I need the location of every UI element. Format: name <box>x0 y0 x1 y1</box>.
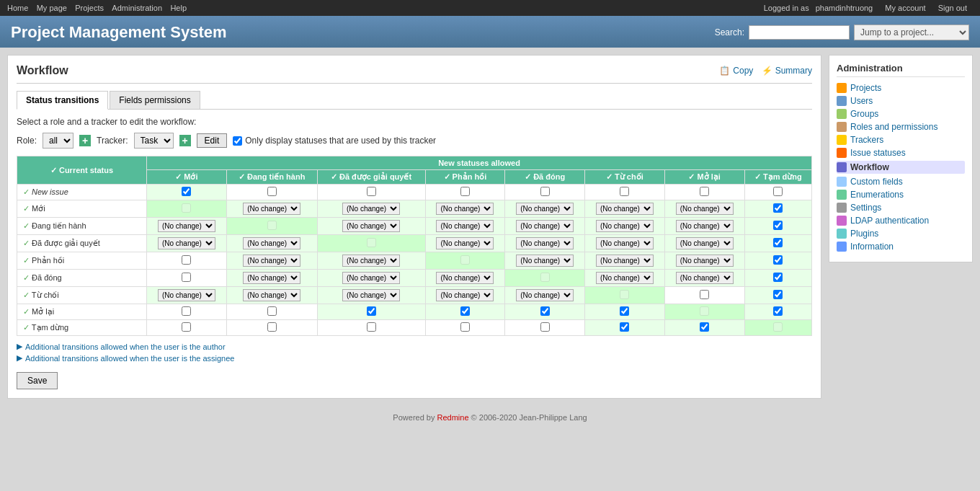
role-select[interactable]: all <box>43 133 74 149</box>
cell-select[interactable]: (No change) <box>342 289 400 301</box>
cell-select[interactable]: (No change) <box>158 220 215 232</box>
cell-checkbox[interactable] <box>460 306 470 316</box>
custom-fields-link[interactable]: Custom fields <box>850 177 903 187</box>
cell-select[interactable]: (No change) <box>596 272 654 284</box>
cell-select[interactable]: (No change) <box>243 237 300 249</box>
enumerations-link[interactable]: Enumerations <box>850 190 904 200</box>
cell-select[interactable]: (No change) <box>243 255 300 267</box>
cell-checkbox[interactable] <box>773 290 783 299</box>
sidebar-item-roles[interactable]: Roles and permissions <box>837 122 965 132</box>
cell-checkbox[interactable] <box>773 306 783 316</box>
save-button[interactable]: Save <box>17 372 58 389</box>
cell-select[interactable]: (No change) <box>436 289 494 301</box>
cell-checkbox[interactable] <box>367 187 376 196</box>
filter-checkbox[interactable] <box>233 136 242 146</box>
groups-link[interactable]: Groups <box>850 109 878 119</box>
ldap-link[interactable]: LDAP authentication <box>850 216 929 226</box>
cell-select[interactable]: (No change) <box>436 237 494 249</box>
information-link[interactable]: Information <box>850 242 894 252</box>
sidebar-item-settings[interactable]: Settings <box>837 203 965 213</box>
cell-checkbox[interactable] <box>773 203 783 213</box>
issue-statuses-link[interactable]: Issue statuses <box>850 148 906 158</box>
cell-checkbox[interactable] <box>367 306 376 316</box>
cell-checkbox[interactable] <box>182 187 191 196</box>
cell-checkbox[interactable] <box>620 306 629 316</box>
cell-checkbox[interactable] <box>700 290 709 299</box>
sidebar-item-enumerations[interactable]: Enumerations <box>837 190 965 200</box>
my-account-link[interactable]: My account <box>885 4 925 12</box>
cell-select[interactable]: (No change) <box>436 203 494 215</box>
cell-select[interactable]: (No change) <box>342 255 400 267</box>
nav-administration[interactable]: Administration <box>112 4 162 12</box>
sidebar-item-plugins[interactable]: Plugins <box>837 229 965 239</box>
cell-checkbox[interactable] <box>182 322 191 332</box>
cell-select[interactable]: (No change) <box>342 220 400 232</box>
sign-out-link[interactable]: Sign out <box>938 4 967 12</box>
cell-checkbox[interactable] <box>540 187 550 196</box>
additional-transitions-author-link[interactable]: ▶ Additional transitions allowed when th… <box>17 342 812 351</box>
cell-select[interactable]: (No change) <box>516 289 574 301</box>
cell-checkbox[interactable] <box>773 255 783 265</box>
workflow-link[interactable]: Workflow <box>850 162 889 172</box>
jump-to-project-select[interactable]: Jump to a project... <box>854 25 969 40</box>
cell-select[interactable]: (No change) <box>676 220 734 232</box>
trackers-link[interactable]: Trackers <box>850 135 883 145</box>
cell-checkbox[interactable] <box>182 255 191 265</box>
settings-link[interactable]: Settings <box>850 203 881 213</box>
cell-select[interactable]: (No change) <box>676 203 734 215</box>
copy-link[interactable]: Copy <box>733 66 753 76</box>
cell-select[interactable]: (No change) <box>676 255 734 267</box>
footer-redmine-link[interactable]: Redmine <box>437 413 469 422</box>
cell-select[interactable]: (No change) <box>516 237 574 249</box>
cell-select[interactable]: (No change) <box>243 272 300 284</box>
nav-projects[interactable]: Projects <box>75 4 104 12</box>
sidebar-item-issue-statuses[interactable]: Issue statuses <box>837 148 965 158</box>
tab-fields-permissions[interactable]: Fields permissions <box>110 91 200 109</box>
summary-link[interactable]: Summary <box>775 66 812 76</box>
plugins-link[interactable]: Plugins <box>850 229 878 239</box>
cell-select[interactable]: (No change) <box>596 203 654 215</box>
sidebar-item-groups[interactable]: Groups <box>837 109 965 119</box>
cell-checkbox[interactable] <box>773 221 783 230</box>
username-link[interactable]: phamdinhtruong <box>816 4 873 12</box>
cell-checkbox[interactable] <box>700 322 709 332</box>
cell-checkbox[interactable] <box>182 273 191 282</box>
users-link[interactable]: Users <box>850 96 873 106</box>
cell-select[interactable]: (No change) <box>436 220 494 232</box>
tracker-select[interactable]: Task <box>134 133 174 149</box>
edit-button[interactable]: Edit <box>197 133 228 148</box>
add-role-button[interactable]: + <box>79 135 91 146</box>
cell-select[interactable]: (No change) <box>516 220 574 232</box>
sidebar-item-users[interactable]: Users <box>837 96 965 106</box>
sidebar-item-projects[interactable]: Projects <box>837 83 965 93</box>
cell-checkbox[interactable] <box>620 187 629 196</box>
nav-home[interactable]: Home <box>7 4 28 12</box>
cell-checkbox[interactable] <box>773 187 783 196</box>
nav-help[interactable]: Help <box>170 4 187 12</box>
cell-checkbox[interactable] <box>700 187 709 196</box>
roles-link[interactable]: Roles and permissions <box>850 122 937 132</box>
cell-select[interactable]: (No change) <box>596 237 654 249</box>
add-tracker-button[interactable]: + <box>179 135 191 146</box>
sidebar-item-information[interactable]: Information <box>837 242 965 252</box>
cell-checkbox[interactable] <box>773 238 783 247</box>
cell-checkbox[interactable] <box>182 306 191 316</box>
cell-select[interactable]: (No change) <box>342 272 400 284</box>
cell-select[interactable]: (No change) <box>243 203 300 215</box>
cell-checkbox[interactable] <box>267 306 277 316</box>
cell-select[interactable]: (No change) <box>516 255 574 267</box>
cell-checkbox[interactable] <box>460 187 470 196</box>
tab-status-transitions[interactable]: Status transitions <box>17 91 108 110</box>
sidebar-item-ldap[interactable]: LDAP authentication <box>837 216 965 226</box>
projects-link[interactable]: Projects <box>850 83 881 93</box>
additional-transitions-assignee-link[interactable]: ▶ Additional transitions allowed when th… <box>17 353 812 363</box>
sidebar-item-trackers[interactable]: Trackers <box>837 135 965 145</box>
nav-mypage[interactable]: My page <box>37 4 67 12</box>
cell-checkbox[interactable] <box>267 187 277 196</box>
cell-select[interactable]: (No change) <box>243 289 300 301</box>
search-input[interactable] <box>749 25 850 40</box>
cell-select[interactable]: (No change) <box>158 237 215 249</box>
cell-select[interactable]: (No change) <box>342 203 400 215</box>
cell-select[interactable]: (No change) <box>596 255 654 267</box>
cell-checkbox[interactable] <box>540 322 550 332</box>
